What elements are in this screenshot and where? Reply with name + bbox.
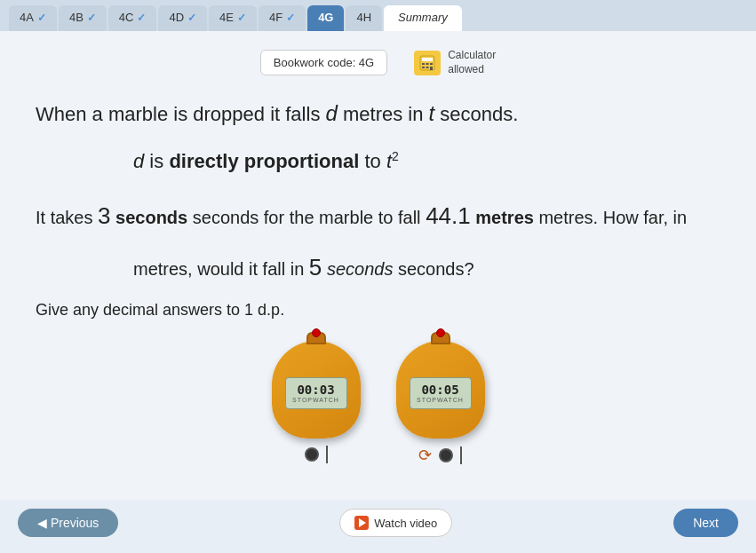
bookwork-badge: Bookwork code: 4G — [260, 50, 387, 75]
p1-mid: metres in — [338, 103, 429, 125]
watch-body-2: 00:05 STOPWATCH — [396, 341, 485, 438]
p2-sup: 2 — [392, 149, 399, 163]
watch-label-2: STOPWATCH — [417, 397, 464, 403]
watch-screen-2: 00:05 STOPWATCH — [410, 377, 472, 409]
tab-4A-label: 4A — [20, 11, 34, 24]
p3-num3: 5 — [309, 254, 322, 280]
tab-4E-label: 4E — [219, 11, 234, 24]
p1-d: d — [326, 101, 338, 125]
p3-cont: metres, would it fall in — [133, 259, 309, 279]
summary-label: Summary — [398, 11, 448, 24]
tab-4D-label: 4D — [169, 11, 184, 24]
prev-label-text: revious — [59, 516, 99, 530]
calculator-label: Calculator — [448, 49, 496, 63]
svg-rect-6 — [426, 67, 429, 68]
check-icon-4B: ✓ — [87, 12, 96, 24]
check-icon-4A: ✓ — [37, 12, 46, 24]
tab-4H[interactable]: 4H — [346, 5, 382, 31]
svg-rect-1 — [422, 58, 433, 61]
watch-top-btn-1 — [306, 332, 326, 344]
p3-metres: metres — [471, 208, 534, 227]
calculator-icon — [414, 51, 441, 75]
svg-rect-4 — [430, 63, 433, 65]
p2-d: d — [133, 150, 144, 172]
play-triangle — [359, 518, 366, 527]
p2-post: to — [359, 150, 386, 172]
decimal-note: Give any decimal answers to 1 d.p. — [27, 301, 729, 320]
tab-4E[interactable]: 4E ✓ — [209, 5, 257, 31]
play-icon — [354, 516, 369, 530]
p1-post: seconds. — [434, 103, 518, 125]
tab-4A[interactable]: 4A ✓ — [9, 5, 57, 31]
tab-4F[interactable]: 4F ✓ — [259, 5, 306, 31]
p2-bold: directly proportional — [169, 150, 359, 172]
check-icon-4E: ✓ — [237, 12, 246, 24]
p3-pre: It takes — [36, 208, 98, 227]
svg-rect-5 — [422, 67, 425, 68]
tab-4F-label: 4F — [269, 11, 283, 24]
tab-4H-label: 4H — [356, 11, 371, 24]
svg-rect-2 — [422, 63, 425, 65]
calc-svg — [419, 55, 435, 71]
calculator-info: Calculator allowed — [414, 49, 496, 76]
proportion-line: d is directly proportional to t2 — [27, 146, 729, 177]
problem-line-3b: metres, would it fall in 5 seconds secon… — [27, 249, 729, 287]
p3-seconds2: seconds — [322, 259, 393, 279]
decimal-note-text: Give any decimal answers to 1 d.p. — [36, 301, 284, 319]
calculator-sub: allowed — [448, 63, 496, 77]
tab-4C[interactable]: 4C ✓ — [108, 5, 157, 31]
tab-4B[interactable]: 4B ✓ — [59, 5, 107, 31]
bookwork-label: Bookwork code: 4G — [274, 56, 374, 69]
main-content: Bookwork code: 4G Calculator allowed — [0, 31, 756, 546]
check-icon-4F: ✓ — [286, 12, 295, 24]
watch-time-2: 00:05 — [421, 383, 458, 397]
bottom-bar: ◀ Previous Watch video Next — [0, 500, 756, 546]
watch-bottom-2: ⟳ — [418, 446, 462, 465]
watch-stem-2 — [460, 446, 462, 464]
p3-num: 3 — [98, 202, 110, 229]
next-button[interactable]: Next — [673, 509, 738, 537]
stopwatch-2: 00:05 STOPWATCH ⟳ — [396, 341, 485, 465]
watch-stem-1 — [326, 446, 328, 463]
tab-4C-label: 4C — [119, 11, 134, 24]
check-icon-4D: ✓ — [187, 12, 196, 24]
top-nav: 4A ✓ 4B ✓ 4C ✓ 4D ✓ 4E ✓ 4F ✓ 4G 4H Summ… — [0, 0, 756, 31]
stopwatches-container: 00:03 STOPWATCH 00:05 STOPWATCH ⟳ — [27, 341, 729, 465]
watch-circle-2 — [439, 448, 453, 462]
tab-4G-label: 4G — [318, 11, 333, 24]
p1-pre: When a marble is dropped it falls — [36, 103, 326, 125]
tab-4D[interactable]: 4D ✓ — [158, 5, 207, 31]
watch-top-btn-2 — [431, 332, 450, 344]
calculator-text: Calculator allowed — [448, 49, 496, 76]
watch-label-1: STOPWATCH — [292, 397, 339, 403]
watch-body-1: 00:03 STOPWATCH — [272, 341, 361, 438]
watch-circle-1 — [305, 447, 319, 462]
next-label: Next — [693, 516, 719, 530]
p2-mid: is — [144, 150, 169, 172]
previous-button[interactable]: ◀ Previous — [18, 509, 118, 537]
check-icon-4C: ✓ — [137, 12, 146, 24]
watch-time-1: 00:03 — [297, 383, 334, 397]
p3-mid1: seconds for the marble to fall — [187, 208, 426, 227]
watch-screen-1: 00:03 STOPWATCH — [285, 377, 347, 409]
tab-summary[interactable]: Summary — [384, 5, 462, 31]
p3-mid2: metres. How far, in — [534, 208, 687, 227]
watch-video-label: Watch video — [374, 517, 437, 530]
watch-bottom-1 — [305, 446, 328, 463]
bookwork-row: Bookwork code: 4G Calculator allowed — [27, 49, 729, 76]
stopwatch-1: 00:03 STOPWATCH — [272, 341, 361, 465]
watch-video-button[interactable]: Watch video — [339, 509, 452, 537]
watch-cursor-2: ⟳ — [418, 446, 432, 465]
p3-end: seconds? — [393, 259, 473, 279]
tab-4G[interactable]: 4G — [307, 5, 344, 31]
svg-rect-3 — [426, 63, 429, 65]
p3-num2: 44.1 — [426, 202, 471, 229]
problem-line-1: When a marble is dropped it falls d metr… — [27, 98, 729, 130]
p3-seconds: seconds — [111, 208, 188, 227]
tab-4B-label: 4B — [69, 11, 84, 24]
problem-line-3: It takes 3 seconds seconds for the marbl… — [27, 198, 729, 235]
prev-label: ◀ P — [37, 516, 59, 530]
svg-rect-7 — [430, 67, 433, 70]
